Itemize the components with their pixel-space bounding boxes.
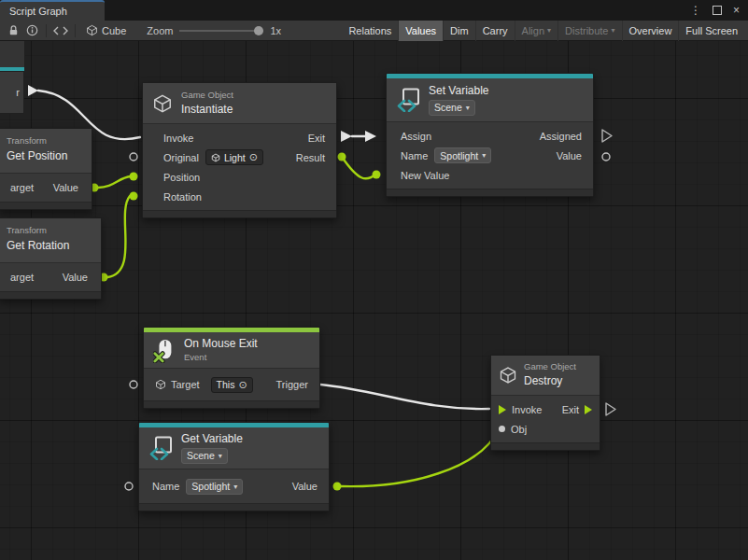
node-header: Game Object Destroy — [491, 356, 600, 395]
value-port-label: Value — [292, 481, 318, 492]
wire-layer — [0, 41, 748, 560]
zoom-control: Zoom 1x — [147, 24, 281, 37]
value-port-label: Value — [63, 272, 88, 283]
edge-node-fragment[interactable]: r — [0, 71, 24, 114]
toolbar-divider — [46, 24, 47, 37]
lock-icon[interactable] — [4, 21, 22, 40]
original-object-field[interactable]: Light ⊙ — [205, 149, 263, 165]
result-port-label: Result — [296, 152, 325, 163]
pin-result-output[interactable] — [338, 153, 346, 161]
flow-arrow-icon[interactable] — [499, 405, 506, 414]
relations-button[interactable]: Relations — [342, 21, 398, 41]
node-ports: arget Value — [0, 262, 101, 291]
node-footer — [143, 210, 336, 217]
chevron-down-icon: ▾ — [219, 452, 222, 460]
edge-node-fragment-header[interactable] — [0, 41, 25, 67]
zoom-value: 1x — [270, 25, 281, 36]
graph-canvas[interactable]: r Transform Get Position arget Value Tra… — [0, 41, 748, 560]
node-header: On Mouse Exit Event — [144, 332, 319, 368]
pin-exit-output-instantiate[interactable] — [341, 131, 352, 142]
align-button: Align▾ — [515, 21, 557, 41]
flow-arrow-icon[interactable] — [585, 405, 592, 414]
pin-exit-output-destroy[interactable] — [606, 403, 615, 415]
wire-result-to-newvalue[interactable] — [342, 157, 375, 178]
port-row: Target This ⊙ Trigger — [144, 372, 319, 397]
pin-position-input[interactable] — [130, 173, 138, 181]
wire-getrotation-to-rotation[interactable] — [107, 196, 130, 277]
port-row: arget Value — [0, 263, 101, 291]
fragment-port-label: r — [16, 87, 20, 98]
variable-scope-dropdown[interactable]: Scene ▾ — [429, 100, 475, 116]
variable-scope-dropdown[interactable]: Scene ▾ — [181, 448, 228, 464]
node-get-position[interactable]: Transform Get Position arget Value — [0, 128, 92, 210]
node-title: Get Rotation — [7, 239, 93, 252]
chevron-down-icon: ▾ — [233, 483, 237, 491]
wire-getposition-to-position[interactable] — [98, 176, 131, 188]
graph-owner: Cube — [86, 24, 126, 36]
close-icon[interactable]: × — [733, 5, 740, 16]
pin-assign-input[interactable] — [365, 131, 376, 142]
fullscreen-button[interactable]: Full Screen — [678, 21, 744, 41]
scope-value: Scene — [434, 102, 462, 113]
wire-trigger-to-invoke[interactable] — [320, 385, 489, 409]
node-destroy[interactable]: Game Object Destroy Invoke Exit Obj — [490, 355, 600, 451]
value-port-label: Value — [53, 182, 78, 193]
overview-button[interactable]: Overview — [622, 21, 679, 41]
scope-value: Scene — [187, 450, 215, 461]
zoom-slider-handle[interactable] — [254, 26, 263, 35]
tab-script-graph[interactable]: Script Graph — [0, 0, 105, 21]
maximize-icon[interactable] — [713, 6, 722, 15]
window-menu-icon[interactable]: ⋮ — [690, 5, 701, 16]
carry-button[interactable]: Carry — [475, 21, 515, 41]
pin-rotation-input[interactable] — [130, 192, 138, 201]
obj-port-pin[interactable] — [499, 426, 505, 432]
node-get-variable[interactable]: Get Variable Scene ▾ Name Spotlight ▾ Va… — [138, 422, 330, 511]
pin-new-value-input[interactable] — [373, 171, 381, 179]
node-footer — [491, 442, 600, 450]
node-header: Transform Get Rotation — [0, 218, 101, 262]
pin-value-output-set-variable[interactable] — [602, 153, 610, 161]
exit-port-label: Exit — [562, 404, 579, 415]
port-row: arget Value — [0, 174, 92, 202]
name-port-label: Name — [401, 150, 428, 161]
target-port-label: arget — [10, 182, 34, 193]
variable-icon — [148, 436, 173, 460]
code-icon[interactable] — [51, 21, 70, 40]
exit-port-group: Exit — [562, 404, 592, 415]
pin-flow-output-fragment[interactable] — [28, 85, 38, 96]
node-on-mouse-exit[interactable]: On Mouse Exit Event Target This ⊙ Trigge… — [143, 327, 320, 409]
variable-name-dropdown[interactable]: Spotlight ▾ — [434, 147, 491, 163]
rotation-port-label: Rotation — [163, 191, 202, 203]
object-picker-icon[interactable]: ⊙ — [249, 152, 258, 162]
node-set-variable[interactable]: Set Variable Scene ▾ Assign Assigned Nam… — [386, 73, 594, 197]
new-value-port-label: New Value — [401, 170, 449, 181]
object-picker-icon[interactable]: ⊙ — [238, 380, 247, 390]
cube-icon — [211, 153, 220, 162]
dim-button[interactable]: Dim — [443, 21, 475, 41]
variable-name-dropdown[interactable]: Spotlight ▾ — [186, 479, 243, 495]
wire-getvariable-to-obj[interactable] — [341, 431, 498, 486]
invoke-port-label: Invoke — [512, 404, 542, 415]
distribute-button: Distribute▾ — [557, 21, 621, 41]
values-button[interactable]: Values — [398, 21, 443, 41]
zoom-slider-track[interactable] — [179, 30, 263, 32]
port-row: Assign Assigned — [387, 126, 593, 146]
pin-target-input[interactable] — [130, 381, 137, 388]
toolbar-buttons: Relations Values Dim Carry Align▾ Distri… — [342, 21, 744, 41]
info-icon[interactable] — [22, 21, 41, 40]
pin-value-output-get-variable[interactable] — [333, 483, 342, 491]
node-title: Get Position — [7, 149, 84, 162]
pin-assigned-output[interactable] — [602, 130, 612, 142]
node-ports: Assign Assigned Name Spotlight ▾ Value N… — [387, 121, 593, 189]
port-row: New Value — [387, 165, 593, 185]
target-object-field[interactable]: This ⊙ — [211, 377, 253, 393]
node-ports: arget Value — [0, 173, 92, 202]
pin-name-input[interactable] — [125, 483, 133, 490]
cube-icon — [86, 24, 98, 36]
zoom-slider[interactable] — [179, 24, 263, 37]
script-graph-window: Script Graph ⋮ × Cube Zoom — [0, 0, 748, 560]
pin-original-input[interactable] — [130, 153, 137, 161]
tab-title: Script Graph — [9, 6, 67, 17]
node-get-rotation[interactable]: Transform Get Rotation arget Value — [0, 217, 102, 300]
node-instantiate[interactable]: Game Object Instantiate Invoke Exit Orig… — [142, 82, 337, 218]
